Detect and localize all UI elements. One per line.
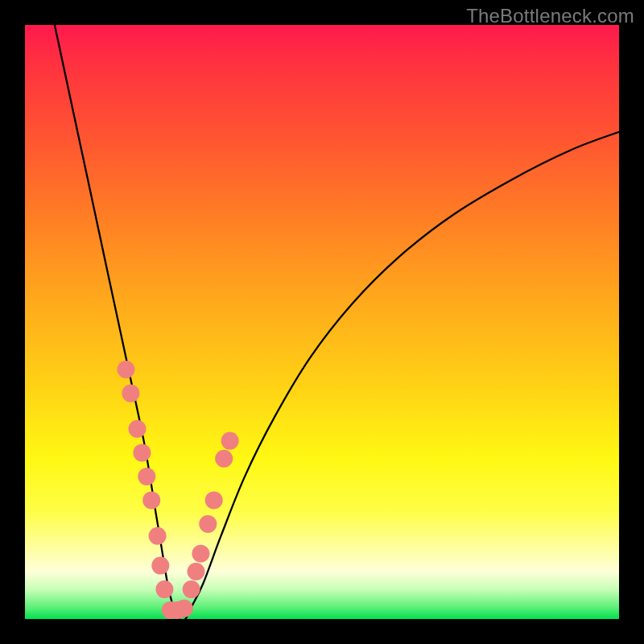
scatter-dot: [205, 491, 223, 509]
scatter-dot: [133, 444, 151, 461]
scatter-dot: [122, 385, 139, 402]
scatter-dot: [192, 545, 209, 563]
scatter-dots-group: [118, 361, 239, 619]
watermark-text: TheBottleneck.com: [466, 5, 634, 27]
scatter-dot: [188, 563, 205, 580]
chart-overlay: [25, 25, 619, 619]
scatter-dot: [199, 515, 217, 533]
scatter-dot: [142, 491, 160, 509]
scatter-dot: [138, 468, 155, 485]
scatter-dot: [129, 420, 147, 438]
chart-frame: TheBottleneck.com: [0, 0, 644, 644]
scatter-dot: [151, 557, 169, 575]
bottleneck-curve: [55, 25, 619, 619]
scatter-dot: [118, 361, 135, 378]
scatter-dot: [175, 600, 193, 617]
scatter-dot: [215, 450, 233, 468]
plot-area: [25, 25, 619, 619]
scatter-dot: [183, 580, 200, 598]
scatter-dot: [221, 432, 239, 450]
scatter-dot: [149, 527, 167, 545]
scatter-dot: [155, 580, 173, 598]
